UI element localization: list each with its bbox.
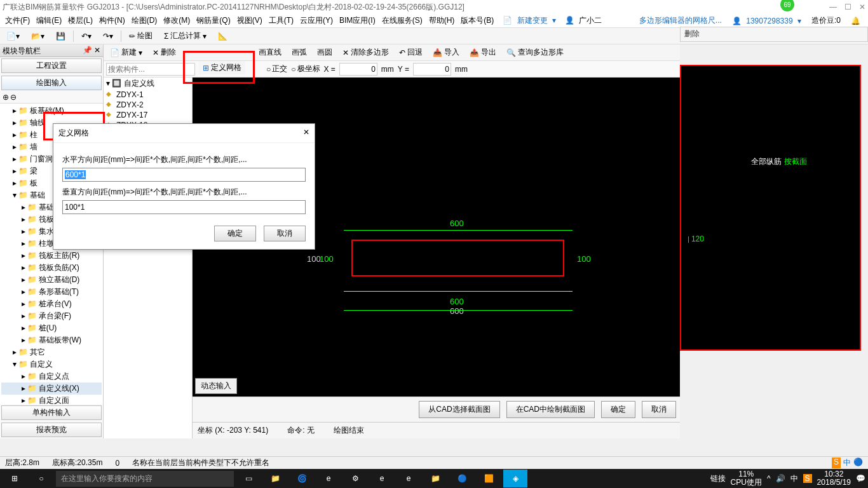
close-icon[interactable]: ✕ — [859, 3, 865, 11]
report-preview-button[interactable]: 报表预览 — [1, 423, 102, 437]
import-button[interactable]: 📥 导入 — [429, 46, 463, 59]
user-indicator[interactable]: 👤 广小二 — [562, 15, 607, 26]
define-grid-button[interactable]: ⊞ 定义网格 — [199, 61, 245, 74]
tray-icon[interactable]: 🔵 — [853, 458, 863, 468]
minimize-icon[interactable]: — — [829, 3, 837, 11]
draw-circle-button[interactable]: 画圆 — [313, 46, 336, 59]
pin-icon[interactable]: 📌 ✕ — [83, 46, 100, 55]
tree-item[interactable]: ▸ 📁 自定义面 — [1, 395, 102, 404]
draw-input-button[interactable]: 绘图输入 — [1, 76, 102, 90]
polar-radio[interactable]: ○ 极坐标 — [291, 64, 320, 74]
menu-component[interactable]: 构件(N) — [97, 15, 128, 26]
maximize-icon[interactable]: ☐ — [844, 3, 851, 11]
ime-icon[interactable]: 中 — [790, 473, 798, 484]
phone-number[interactable]: 👤 13907298339 ▾ — [729, 17, 804, 25]
ortho-radio[interactable]: ○ 正交 — [266, 64, 287, 74]
draw-line-button[interactable]: 画直线 — [255, 46, 285, 59]
collapse-icon[interactable]: ⊖ — [10, 93, 17, 102]
start-icon[interactable]: ⊞ — [3, 470, 27, 487]
save-icon[interactable]: 💾 — [52, 30, 69, 42]
tree-item[interactable]: ▸ 📁 筏板负筋(X) — [1, 262, 102, 274]
explorer-icon[interactable]: 📁 — [423, 470, 447, 487]
tree-item[interactable]: ▸ 📁 板基础(M) — [1, 105, 102, 117]
tree-item[interactable]: ▸ 📁 条形基础(T) — [1, 286, 102, 298]
export-button[interactable]: 📤 导出 — [466, 46, 500, 59]
x-input[interactable] — [339, 63, 377, 76]
menu-cloud[interactable]: 云应用(Y) — [297, 15, 336, 26]
menu-version[interactable]: 版本号(B) — [458, 15, 496, 26]
edge-icon[interactable]: e — [316, 470, 341, 487]
sum-calc-button[interactable]: Σ 汇总计算 ▾ — [160, 29, 210, 43]
volume-icon[interactable]: 🔊 — [776, 474, 785, 483]
clear-polygon-button[interactable]: ✕ 清除多边形 — [339, 46, 393, 59]
menu-edit[interactable]: 编辑(E) — [34, 15, 64, 26]
menu-file[interactable]: 文件(F) — [3, 15, 32, 26]
task-view-icon[interactable]: ▭ — [236, 470, 261, 487]
project-settings-button[interactable]: 工程设置 — [1, 58, 102, 73]
bell-icon[interactable]: 🔔 — [848, 17, 863, 25]
cpu-meter[interactable]: 11%CPU使用 — [731, 470, 762, 487]
unit-input-button[interactable]: 单构件输入 — [1, 405, 102, 420]
menu-online[interactable]: 在线服务(S) — [379, 15, 425, 26]
dynamic-input-button[interactable]: 动态输入 — [195, 378, 237, 394]
current-app-icon[interactable]: ◈ — [503, 470, 527, 487]
app-icon[interactable]: 🟧 — [477, 470, 501, 487]
app-icon[interactable]: 🌀 — [290, 470, 314, 487]
v-spacing-input[interactable] — [62, 200, 306, 214]
right-delete-button[interactable]: 删除 — [684, 29, 700, 38]
search-input[interactable] — [106, 63, 195, 76]
app-icon[interactable]: ⚙ — [343, 470, 367, 487]
tree-item[interactable]: ▸ 📁 独立基础(D) — [1, 274, 102, 286]
notifications-icon[interactable]: 💬 — [856, 474, 865, 483]
taskbar-search[interactable]: 在这里输入你要搜索的内容 — [56, 471, 234, 487]
tree-item[interactable]: ▾ 📁 自定义 — [1, 358, 102, 370]
redo-icon[interactable]: ↷▾ — [99, 30, 117, 42]
undo-polygon-button[interactable]: ↶ 回退 — [395, 46, 426, 59]
app-icon[interactable]: 🔵 — [450, 470, 474, 487]
y-input[interactable] — [413, 63, 451, 76]
draw-arc-button[interactable]: 画弧 — [288, 46, 311, 59]
menu-rebar[interactable]: 钢筋量(Q) — [194, 15, 233, 26]
ime-cn-icon[interactable]: 中 — [843, 458, 851, 468]
menu-draw[interactable]: 绘图(D) — [129, 15, 160, 26]
from-cad-button[interactable]: 从CAD选择截面图 — [419, 401, 499, 418]
menu-view[interactable]: 视图(V) — [234, 15, 265, 26]
tree-item[interactable]: ▸ 📁 承台梁(F) — [1, 310, 102, 322]
tree-item[interactable]: ▸ 📁 桩承台(V) — [1, 298, 102, 310]
tree-item[interactable]: ▸ 📁 桩(U) — [1, 322, 102, 334]
ok-button[interactable]: 确定 — [601, 401, 635, 418]
dialog-ok-button[interactable]: 确定 — [214, 226, 256, 241]
draw-toggle[interactable]: ✏ 绘图 — [125, 29, 156, 43]
ime-s-icon[interactable]: S — [832, 458, 841, 468]
cancel-button[interactable]: 取消 — [642, 401, 676, 418]
tree-item[interactable]: ▸ 📁 筏板主筋(R) — [1, 250, 102, 262]
open-file-icon[interactable]: 📂▾ — [27, 30, 48, 42]
list-item[interactable]: ZDYX-2 — [104, 100, 192, 110]
app-icon[interactable]: 📁 — [263, 470, 287, 487]
no-offset-radio[interactable]: ◉ 不偏移 — [207, 79, 238, 90]
menu-help[interactable]: 帮助(H) — [426, 15, 458, 26]
new-button[interactable]: 📄 新建 ▾ — [106, 46, 146, 59]
dialog-cancel-button[interactable]: 取消 — [264, 226, 306, 241]
delete-button[interactable]: ✕ 删除 — [149, 46, 180, 59]
ruler-icon[interactable]: 📐 — [214, 30, 231, 42]
list-item[interactable]: ZDYX-17 — [104, 110, 192, 120]
in-cad-button[interactable]: 在CAD中绘制截面图 — [506, 401, 595, 418]
h-spacing-input[interactable]: 600*1 — [65, 170, 86, 179]
tree-item[interactable]: ▸ 📁 基础板带(W) — [1, 334, 102, 346]
list-item[interactable]: ZDYX-1 — [104, 90, 192, 100]
query-button[interactable]: 🔍 查询多边形库 — [503, 46, 567, 59]
menu-tool[interactable]: 工具(T) — [266, 15, 296, 26]
new-change-button[interactable]: 📄 新建变更 ▾ — [500, 15, 559, 26]
menu-modify[interactable]: 修改(M) — [161, 15, 193, 26]
undo-icon[interactable]: ↶▾ — [78, 30, 95, 42]
new-file-icon[interactable]: 📄▾ — [3, 30, 24, 42]
dialog-close-icon[interactable]: ✕ — [303, 128, 309, 139]
tree-item[interactable]: ▸ 📁 其它 — [1, 346, 102, 358]
tree-item[interactable]: ▸ 📁 自定义线(X) — [1, 383, 102, 395]
comp-root[interactable]: ▾ 🔲 自定义线 — [104, 78, 192, 90]
expand-icon[interactable]: ⊕ — [3, 93, 9, 102]
edge2-icon[interactable]: e — [370, 470, 394, 487]
menu-bim[interactable]: BIM应用(I) — [337, 15, 378, 26]
tray-up-icon[interactable]: ^ — [767, 474, 771, 483]
